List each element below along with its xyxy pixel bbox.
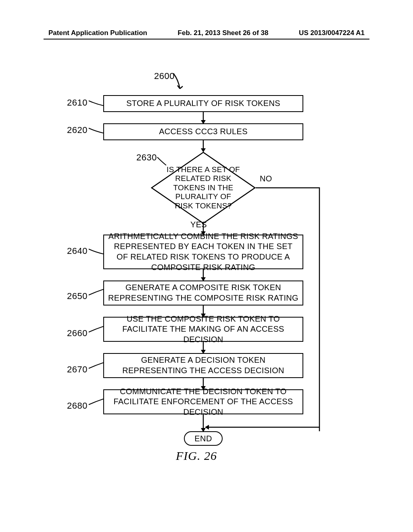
header-rule bbox=[44, 39, 369, 39]
step-text: USE THE COMPOSITE RISK TOKEN TO FACILITA… bbox=[108, 314, 298, 345]
step-2660-box: USE THE COMPOSITE RISK TOKEN TO FACILITA… bbox=[103, 317, 303, 342]
step-2610-box: STORE A PLURALITY OF RISK TOKENS bbox=[103, 95, 303, 112]
no-branch-rejoin bbox=[203, 422, 324, 432]
step-2650-box: GENERATE A COMPOSITE RISK TOKEN REPRESEN… bbox=[103, 281, 303, 305]
ref-2600: 2600 bbox=[154, 71, 175, 81]
ref-2680: 2680 bbox=[67, 401, 88, 411]
step-text: ARITHMETICALLY COMBINE THE RISK RATINGS … bbox=[108, 231, 298, 272]
ref-2610: 2610 bbox=[67, 98, 88, 108]
ref-lead-icon bbox=[88, 362, 104, 370]
ref-2670: 2670 bbox=[67, 364, 88, 375]
page: Patent Application Publication Feb. 21, … bbox=[0, 0, 413, 532]
step-2680-box: COMMUNICATE THE DECISION TOKEN TO FACILI… bbox=[103, 389, 303, 414]
ref-2660: 2660 bbox=[67, 328, 88, 339]
end-text: END bbox=[194, 434, 212, 443]
step-text: STORE A PLURALITY OF RISK TOKENS bbox=[126, 98, 280, 109]
publication-number: US 2013/0047224 A1 bbox=[299, 29, 365, 37]
ref-2640: 2640 bbox=[67, 246, 88, 256]
step-2640-box: ARITHMETICALLY COMBINE THE RISK RATINGS … bbox=[103, 235, 303, 269]
step-text: COMMUNICATE THE DECISION TOKEN TO FACILI… bbox=[108, 387, 298, 418]
step-text: ACCESS CCC3 RULES bbox=[159, 127, 248, 137]
step-2620-box: ACCESS CCC3 RULES bbox=[103, 123, 303, 140]
publication-type: Patent Application Publication bbox=[48, 29, 147, 37]
ref-lead-icon bbox=[88, 289, 104, 297]
branch-no-label: NO bbox=[260, 174, 272, 183]
step-text: GENERATE A DECISION TOKEN REPRESENTING T… bbox=[108, 355, 298, 376]
end-terminator: END bbox=[184, 431, 223, 446]
sheet-info: Feb. 21, 2013 Sheet 26 of 38 bbox=[178, 29, 269, 37]
svg-marker-18 bbox=[205, 425, 209, 430]
ref-lead-icon bbox=[88, 127, 104, 135]
step-2670-box: GENERATE A DECISION TOKEN REPRESENTING T… bbox=[103, 353, 303, 378]
ref-lead-icon bbox=[88, 326, 104, 334]
figure-caption: FIG. 26 bbox=[176, 449, 217, 463]
ref-lead-icon bbox=[88, 248, 104, 256]
decision-2630: IS THERE A SET OF RELATED RISK TOKENS IN… bbox=[151, 152, 256, 224]
page-header: Patent Application Publication Feb. 21, … bbox=[0, 29, 413, 37]
decision-text: IS THERE A SET OF RELATED RISK TOKENS IN… bbox=[151, 152, 256, 224]
ref-2620: 2620 bbox=[67, 125, 88, 135]
ref-lead-icon bbox=[88, 398, 104, 406]
start-arrow-icon bbox=[173, 73, 185, 95]
ref-2650: 2650 bbox=[67, 291, 88, 301]
step-text: GENERATE A COMPOSITE RISK TOKEN REPRESEN… bbox=[108, 283, 298, 303]
ref-lead-icon bbox=[88, 100, 104, 108]
